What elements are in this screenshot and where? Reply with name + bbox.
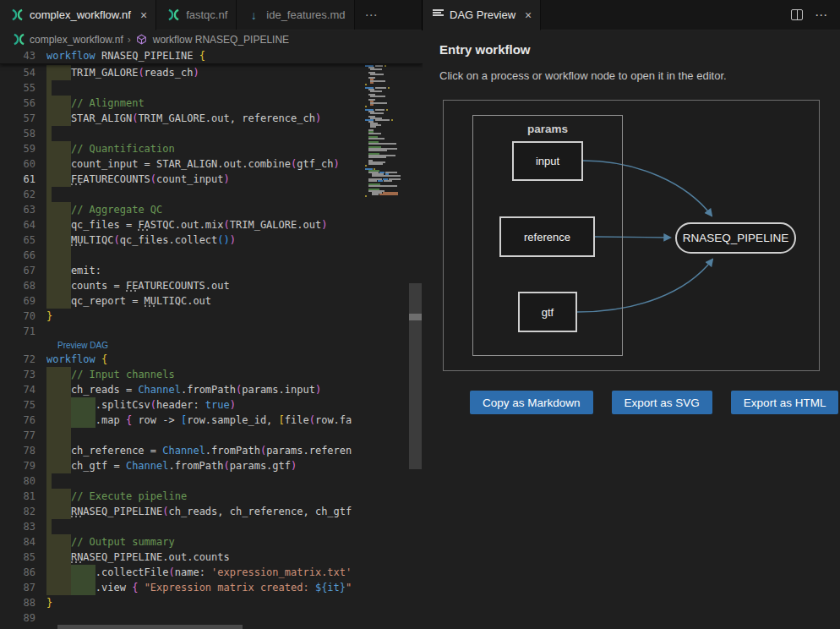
code-line-88[interactable]: 88} <box>0 595 365 610</box>
code-line-62[interactable]: 62 <box>0 187 365 202</box>
code-line-68[interactable]: 68 counts = FEATURECOUNTS.out <box>0 278 365 293</box>
tab-bar-left: complex_workflow.nf×fastqc.nf↓ide_featur… <box>0 0 422 30</box>
code-line-76[interactable]: 76 .map { row -> [row.sample_id, [file(r… <box>0 413 365 428</box>
breadcrumb-separator: › <box>128 34 131 46</box>
sticky-scroll-line[interactable]: 43workflow RNASEQ_PIPELINE { <box>0 48 423 64</box>
code-line-56[interactable]: 56 // Alignment <box>0 96 365 111</box>
copy-as-markdown-button[interactable]: Copy as Markdown <box>470 391 593 414</box>
tab-fastqc-nf[interactable]: fastqc.nf <box>156 0 237 30</box>
code-line-58[interactable]: 58 <box>0 126 365 141</box>
codelens-preview-dag-link[interactable]: Preview DAG <box>57 339 108 352</box>
close-icon[interactable]: × <box>525 9 532 21</box>
code-line-61[interactable]: 61 FEATURECOUNTS(count_input) <box>0 172 365 187</box>
dag-node-reference[interactable]: reference <box>499 216 595 257</box>
vertical-scrollbar[interactable] <box>408 48 423 629</box>
code-line-59[interactable]: 59 // Quantification <box>0 141 365 156</box>
code-line-55[interactable]: 55 <box>0 80 365 96</box>
line-number: 60 <box>0 158 46 170</box>
line-number: 62 <box>0 189 46 200</box>
tab-dag-preview[interactable]: DAG Preview × <box>423 0 541 30</box>
code-line-43[interactable]: 43workflow RNASEQ_PIPELINE { <box>0 48 423 63</box>
nextflow-icon <box>12 33 25 46</box>
minimap[interactable] <box>363 48 409 199</box>
close-icon[interactable]: × <box>140 9 147 21</box>
line-number: 67 <box>0 265 46 276</box>
line-number: 72 <box>0 353 46 365</box>
line-number: 68 <box>0 280 46 292</box>
code-line-87[interactable]: 87 .view { "Expression matrix created: $… <box>0 580 365 595</box>
indent-highlight <box>46 126 52 141</box>
indent-highlight <box>46 248 71 263</box>
tab-label: DAG Preview <box>450 8 515 21</box>
code-line-54[interactable]: 54 TRIM_GALORE(reads_ch) <box>0 65 365 80</box>
split-editor-icon[interactable] <box>791 9 803 20</box>
code-line-82[interactable]: 82 RNASEQ_PIPELINE(ch_reads, ch_referenc… <box>0 504 365 519</box>
code-line-86[interactable]: 86 .collectFile(name: 'expression_matrix… <box>0 565 365 580</box>
symbol-cube-icon <box>135 33 149 46</box>
breadcrumb: complex_workflow.nf › workflow RNASEQ_PI… <box>0 30 423 48</box>
code-line-57[interactable]: 57 STAR_ALIGN(TRIM_GALORE.out, reference… <box>0 111 365 126</box>
line-number: 85 <box>0 551 46 563</box>
code-line-81[interactable]: 81 // Execute pipeline <box>0 489 365 504</box>
line-number: 86 <box>0 566 46 578</box>
code-line-65[interactable]: 65 MULTIQC(qc_files.collect()) <box>0 232 365 248</box>
line-number: 70 <box>0 310 46 322</box>
line-number: 59 <box>0 143 46 155</box>
line-number: 79 <box>0 460 46 472</box>
scrollbar-thumb[interactable] <box>409 283 422 469</box>
code-line-60[interactable]: 60 count_input = STAR_ALIGN.out.combine(… <box>0 156 365 172</box>
code-line-84[interactable]: 84 // Output summary <box>0 534 365 550</box>
code-line-63[interactable]: 63 // Aggregate QC <box>0 202 365 217</box>
code-line-85[interactable]: 85 RNASEQ_PIPELINE.out.counts <box>0 550 365 565</box>
dag-node-rnaseq[interactable]: RNASEQ_PIPELINE <box>675 222 796 254</box>
code-line-71[interactable]: 71 <box>0 324 365 339</box>
code-line-77[interactable]: 77 <box>0 428 365 443</box>
breadcrumb-file[interactable]: complex_workflow.nf <box>30 34 123 46</box>
code-line-64[interactable]: 64 qc_files = FASTQC.out.mix(TRIM_GALORE… <box>0 217 365 232</box>
code-line-80[interactable]: 80 <box>0 473 365 489</box>
editor-group-right: DAG Preview × ⋯ Entry workflow Click on … <box>423 0 840 629</box>
code-line-74[interactable]: 74 ch_reads = Channel.fromPath(params.in… <box>0 382 365 397</box>
code-line-73[interactable]: 73 // Input channels <box>0 367 365 382</box>
more-actions-icon[interactable]: ⋯ <box>815 8 828 21</box>
line-number: 78 <box>0 445 46 457</box>
line-number: 88 <box>0 597 46 609</box>
export-as-html-button[interactable]: Export as HTML <box>731 391 839 414</box>
editor-group-left: complex_workflow.nf×fastqc.nf↓ide_featur… <box>0 0 423 629</box>
indent-highlight <box>46 187 52 202</box>
code-line-70[interactable]: 70} <box>0 309 365 324</box>
line-number: 80 <box>0 475 46 487</box>
horizontal-scrollbar[interactable] <box>57 625 243 629</box>
indent-highlight <box>46 473 52 489</box>
code-line-69[interactable]: 69 qc_report = MULTIQC.out <box>0 293 365 309</box>
code-line-79[interactable]: 79 ch_gtf = Channel.fromPath(params.gtf) <box>0 458 365 473</box>
line-number: 56 <box>0 97 46 109</box>
dag-node-input[interactable]: input <box>512 141 583 181</box>
indent-highlight <box>46 80 52 96</box>
tab-ide_features-md[interactable]: ↓ide_features.md <box>237 0 354 30</box>
code-line-66[interactable]: 66 <box>0 248 365 263</box>
tab-label: fastqc.nf <box>186 8 227 21</box>
code-line-75[interactable]: 75 .splitCsv(header: true) <box>0 397 365 413</box>
tab-overflow-icon[interactable]: ⋯ <box>355 0 390 30</box>
scrollbar-marker <box>409 314 422 320</box>
nextflow-icon <box>10 8 24 22</box>
tab-complex_workflow-nf[interactable]: complex_workflow.nf× <box>0 0 156 30</box>
line-number: 89 <box>0 612 46 624</box>
code-lines[interactable]: 54 TRIM_GALORE(reads_ch)5556 // Alignmen… <box>0 65 365 629</box>
code-line-78[interactable]: 78 ch_reference = Channel.fromPath(param… <box>0 443 365 458</box>
line-number: 84 <box>0 536 46 548</box>
line-number: 83 <box>0 521 46 533</box>
dag-node-gtf[interactable]: gtf <box>518 292 577 332</box>
export-as-svg-button[interactable]: Export as SVG <box>612 391 712 414</box>
breadcrumb-symbol[interactable]: workflow RNASEQ_PIPELINE <box>153 34 289 46</box>
code-line-89[interactable]: 89 <box>0 610 365 626</box>
code-editor[interactable]: 43workflow RNASEQ_PIPELINE { 54 TRIM_GAL… <box>0 48 423 629</box>
line-number: 66 <box>0 249 46 261</box>
code-line-67[interactable]: 67 emit: <box>0 263 365 278</box>
line-number: 81 <box>0 490 46 502</box>
indent-highlight <box>46 428 71 443</box>
code-line-72[interactable]: 72workflow { <box>0 352 365 367</box>
line-number: 55 <box>0 82 46 94</box>
code-line-83[interactable]: 83 <box>0 519 365 534</box>
